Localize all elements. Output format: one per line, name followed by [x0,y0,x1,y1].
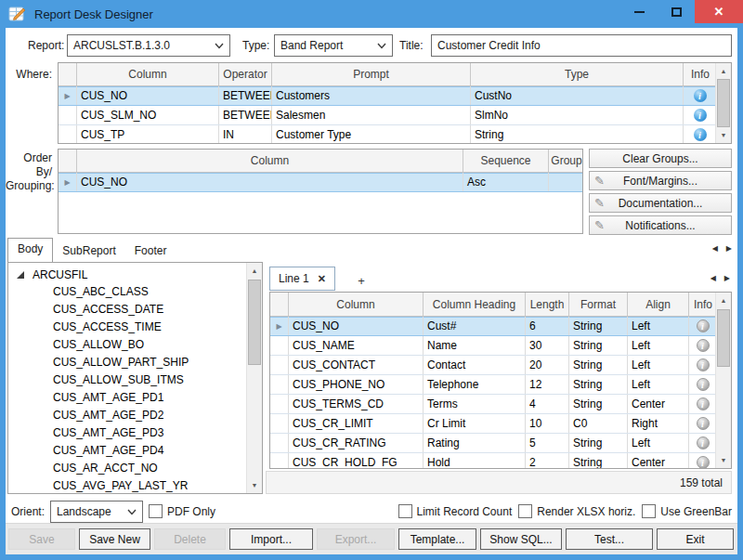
line-table-row[interactable]: ▶ CUS_NAME Name 30 String Left i [270,336,717,356]
tab-footer[interactable]: Footer [125,241,176,262]
tree-expander-icon[interactable] [16,270,25,280]
info-icon[interactable]: i [697,436,710,449]
cell-length[interactable]: 20 [526,356,569,374]
title-input[interactable] [431,34,732,57]
button-save-new[interactable]: Save New [79,528,150,550]
cell-length[interactable]: 4 [526,395,569,413]
cell-sequence[interactable]: Asc [463,173,549,191]
line-table-row[interactable]: ▶ CUS_PHONE_NO Telephone 12 String Left … [270,375,717,395]
row-selector-cell[interactable]: ▶ [59,86,77,105]
line-table-row[interactable]: ▶ CUS_CR_LIMIT Cr Limit 10 C0 Right i [270,414,717,434]
line-col-header[interactable]: Length [526,293,569,316]
order-col-header[interactable]: Sequence [463,150,549,172]
tab-line-1[interactable]: Line 1 ✕ [269,267,335,291]
cell-align[interactable]: Left [628,317,689,335]
info-icon[interactable]: i [697,378,710,391]
tree-item[interactable]: CUS_AMT_AGE_PD1 [8,389,246,407]
row-selector-cell[interactable]: ▶ [270,414,289,433]
line-table-row[interactable]: ▶ CUS_CR_HOLD_FG Hold 2 String Center i [270,453,717,469]
cell-format[interactable]: String [569,336,628,355]
type-select[interactable]: Band Report [274,34,393,57]
scroll-up-icon[interactable]: ▲ [247,263,262,279]
line-col-header[interactable]: Info [689,293,717,316]
row-selector-cell[interactable]: ▶ [270,453,289,469]
where-col-header[interactable]: Info [684,63,717,85]
button-exit[interactable]: Exit [657,528,734,550]
cell-column[interactable]: CUS_PHONE_NO [289,375,424,394]
cell-length[interactable]: 6 [526,317,569,335]
cell-format[interactable]: String [569,375,628,394]
scroll-down-icon[interactable]: ▼ [247,477,262,493]
cell-column[interactable]: CUS_CR_RATING [289,434,424,452]
checkbox-box[interactable] [398,504,412,518]
order-col-header[interactable]: Column [77,150,463,172]
button-save[interactable]: Save [8,528,75,550]
cell-column[interactable]: CUS_NO [77,173,463,191]
cell-column[interactable]: CUS_SLM_NO [77,106,219,124]
order-col-header[interactable]: Group [549,150,583,172]
info-icon[interactable]: i [697,358,710,371]
cell-operator[interactable]: IN [219,125,272,144]
row-selector-cell[interactable]: ▶ [270,395,289,413]
cell-length[interactable]: 30 [526,336,569,355]
row-selector-cell[interactable]: ▶ [270,336,289,355]
cell-column-heading[interactable]: Hold [424,453,526,469]
tree-item[interactable]: CUS_AMT_AGE_PD3 [8,424,246,442]
add-line-tab-button[interactable]: + [349,270,373,291]
info-icon[interactable]: i [694,89,707,102]
where-col-header[interactable]: Column [77,63,219,85]
line-table-row[interactable]: ▶ CUS_NO Cust# 6 String Left i [270,317,717,336]
cell-prompt[interactable]: Salesmen [272,106,471,124]
cell-align[interactable]: Left [628,336,689,355]
checkbox-box[interactable] [518,504,532,518]
where-col-header[interactable]: Operator [219,63,272,85]
cell-prompt[interactable]: Customers [272,86,471,105]
checkbox-use-greenbar[interactable]: Use GreenBar [642,504,732,518]
scroll-up-icon[interactable]: ▲ [716,293,731,308]
vertical-scrollbar[interactable]: ▲ ▼ [246,263,262,493]
scroll-down-icon[interactable]: ▼ [716,127,731,143]
order-by-table-row[interactable]: ▶ CUS_NO Asc [59,173,583,192]
row-selector-cell[interactable]: ▶ [270,375,289,394]
cell-column-heading[interactable]: Terms [424,395,526,413]
maximize-button[interactable] [658,0,695,23]
line-col-header[interactable]: Column Heading [424,293,526,316]
info-icon[interactable]: i [697,417,710,430]
tree-item[interactable]: CUS_ALLOW_BO [8,336,246,354]
cell-column[interactable]: CUS_NAME [289,336,424,355]
line-table-row[interactable]: ▶ CUS_CR_RATING Rating 5 String Left i [270,434,717,453]
info-icon[interactable]: i [697,339,710,352]
scrollbar-thumb[interactable] [717,79,730,127]
cell-format[interactable]: C0 [569,414,628,433]
side-button-documentation[interactable]: ✎ Documentation... [589,193,732,213]
cell-length[interactable]: 10 [526,414,569,433]
side-button-notifications[interactable]: ✎ Notifications... [589,215,732,235]
cell-length[interactable]: 2 [526,453,569,469]
tree-item[interactable]: CUS_AMT_AGE_PD4 [8,442,246,460]
line-col-header[interactable]: Align [628,293,689,316]
cell-column-heading[interactable]: Cust# [424,317,526,335]
tree-root-node[interactable]: ARCUSFIL [8,266,246,283]
scroll-down-icon[interactable]: ▼ [716,452,731,468]
cell-column[interactable]: CUS_TP [77,125,219,144]
line-table-row[interactable]: ▶ CUS_TERMS_CD Terms 4 String Center i [270,395,717,414]
checkbox-render-xlsx-horiz[interactable]: Render XLSX horiz. [518,504,635,518]
pdf-only-checkbox[interactable]: PDF Only [149,504,215,518]
close-tab-icon[interactable]: ✕ [318,273,326,285]
tree-item[interactable]: CUS_AMT_AGE_PD2 [8,407,246,424]
cell-column[interactable]: CUS_CONTACT [289,356,424,374]
cell-column-heading[interactable]: Telephone [424,375,526,394]
cell-align[interactable]: Left [628,356,689,374]
checkbox-limit-record-count[interactable]: Limit Record Count [398,504,513,518]
checkbox-box[interactable] [149,504,163,518]
cell-column[interactable]: CUS_TERMS_CD [289,395,424,413]
tree-item[interactable]: CUS_ABC_CLASS [8,283,246,301]
checkbox-box[interactable] [642,504,656,518]
button-delete[interactable]: Delete [154,528,226,550]
line-col-header[interactable]: Column [289,293,424,316]
cell-length[interactable]: 12 [526,375,569,394]
button-test[interactable]: Test... [566,528,653,550]
where-col-header[interactable]: Type [471,63,684,85]
row-selector-cell[interactable]: ▶ [59,125,77,144]
cell-group[interactable] [549,173,583,191]
